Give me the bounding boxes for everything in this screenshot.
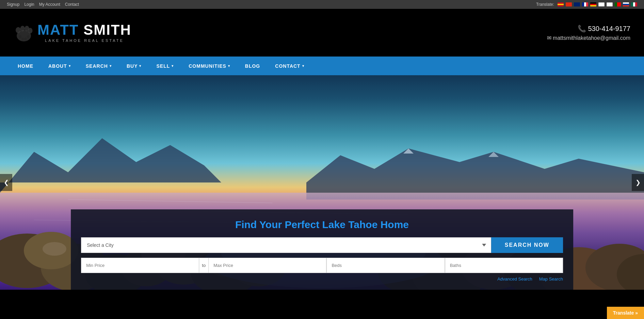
map-search-link[interactable]: Map Search — [539, 276, 563, 282]
logo-text: MATT SMITH LAKE TAHOE REAL ESTATE — [14, 22, 131, 43]
buy-arrow: ▾ — [139, 64, 141, 68]
contact-info: 530-414-9177 mattsmithlaketahoe@gmail.co… — [547, 25, 630, 41]
beds-input[interactable] — [326, 258, 445, 273]
main-nav: HOME ABOUT ▾ SEARCH ▾ BUY ▾ SELL ▾ COMMU… — [0, 57, 644, 75]
nav-search[interactable]: SEARCH ▾ — [78, 57, 119, 75]
svg-point-6 — [21, 37, 24, 41]
max-price-input[interactable] — [208, 258, 326, 273]
logo-subtitle: LAKE TAHOE REAL ESTATE — [37, 38, 131, 43]
svg-point-1 — [16, 27, 21, 33]
svg-point-2 — [20, 26, 25, 32]
top-bar: Signup Login My Account Contact Translat… — [0, 0, 644, 9]
contact-topbar-link[interactable]: Contact — [65, 2, 79, 7]
flag-spanish[interactable] — [558, 2, 564, 6]
advanced-search-link[interactable]: Advanced Search — [497, 276, 532, 282]
baths-input[interactable] — [445, 258, 563, 273]
nav-about[interactable]: ABOUT ▾ — [41, 57, 78, 75]
search-links: Advanced Search Map Search — [81, 276, 563, 282]
flag-portuguese[interactable] — [615, 2, 621, 6]
logo-matt: MATT — [37, 23, 79, 37]
svg-point-5 — [19, 35, 22, 38]
logo-area: MATT SMITH LAKE TAHOE REAL ESTATE — [14, 22, 131, 43]
signup-link[interactable]: Signup — [7, 2, 19, 7]
hero-section: ❮ ❯ Find Your Perfect Lake Tahoe Home Se… — [0, 75, 644, 290]
about-arrow: ▾ — [69, 64, 71, 68]
nav-contact[interactable]: CONTACT ▾ — [268, 57, 311, 75]
sell-arrow: ▾ — [172, 64, 174, 68]
svg-point-7 — [25, 37, 27, 41]
search-overlay: Find Your Perfect Lake Tahoe Home Select… — [71, 209, 573, 290]
phone-number[interactable]: 530-414-9177 — [547, 25, 630, 33]
prev-arrow[interactable]: ❮ — [0, 174, 12, 191]
next-arrow[interactable]: ❯ — [632, 174, 644, 191]
myaccount-link[interactable]: My Account — [39, 2, 60, 7]
svg-point-4 — [28, 28, 33, 34]
svg-point-34 — [43, 242, 66, 256]
flag-french[interactable] — [582, 2, 588, 6]
search-title: Find Your Perfect Lake Tahoe Home — [81, 219, 563, 230]
flag-english[interactable] — [574, 2, 580, 6]
translate-label: Translate: — [536, 2, 554, 7]
price-to-label: to — [199, 258, 208, 273]
city-select[interactable]: Select a City — [81, 237, 491, 253]
flag-russian[interactable] — [623, 2, 629, 6]
logo-name: MATT SMITH LAKE TAHOE REAL ESTATE — [37, 23, 131, 43]
flag-mexican[interactable] — [631, 2, 637, 6]
communities-arrow: ▾ — [228, 64, 230, 68]
login-link[interactable]: Login — [24, 2, 34, 7]
search-row-city: Select a City SEARCH NOW — [81, 237, 563, 253]
search-arrow: ▾ — [110, 64, 112, 68]
nav-buy[interactable]: BUY ▾ — [119, 57, 149, 75]
nav-sell[interactable]: SELL ▾ — [149, 57, 181, 75]
nav-home[interactable]: HOME — [10, 57, 41, 75]
contact-arrow: ▾ — [302, 64, 304, 68]
header: MATT SMITH LAKE TAHOE REAL ESTATE 530-41… — [0, 9, 644, 57]
logo-smith: SMITH — [83, 23, 131, 37]
flag-japanese[interactable] — [598, 2, 605, 6]
flag-chinese[interactable] — [566, 2, 572, 6]
nav-blog[interactable]: BLOG — [238, 57, 268, 75]
bear-paw-icon — [14, 22, 34, 43]
nav-communities[interactable]: COMMUNITIES ▾ — [181, 57, 238, 75]
flag-german[interactable] — [590, 2, 596, 6]
top-bar-links: Signup Login My Account Contact — [7, 2, 79, 7]
translate-area: Translate: — [536, 2, 637, 7]
email-address[interactable]: mattsmithlaketahoe@gmail.com — [547, 35, 630, 41]
flag-korean[interactable] — [607, 2, 613, 6]
search-row-filters: to — [81, 258, 563, 273]
svg-point-8 — [27, 35, 30, 38]
min-price-input[interactable] — [81, 258, 199, 273]
search-now-button[interactable]: SEARCH NOW — [491, 237, 563, 253]
